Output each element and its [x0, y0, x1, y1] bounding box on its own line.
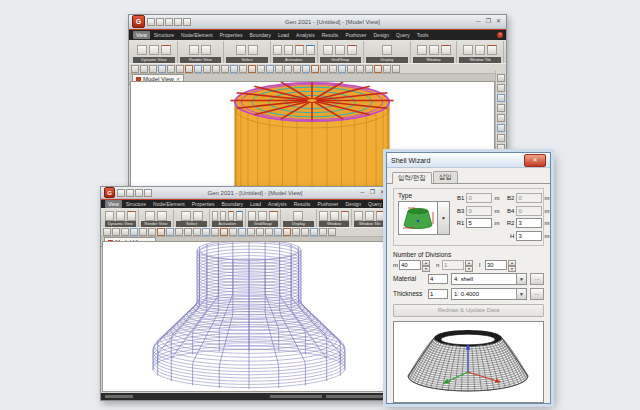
ribbon-button-icon[interactable] — [201, 45, 211, 55]
side-toolbar-icon[interactable] — [497, 104, 505, 112]
toolbar-icon[interactable] — [194, 65, 202, 73]
qat-icon[interactable] — [165, 18, 173, 26]
toolbar-icon[interactable] — [292, 228, 300, 236]
app-menu-button[interactable]: G — [132, 15, 145, 28]
toolbar-icon[interactable] — [365, 65, 373, 73]
minimize-icon[interactable]: ─ — [358, 188, 367, 197]
ribbon-button-icon[interactable] — [127, 211, 136, 221]
qat-icon[interactable] — [156, 18, 164, 26]
toolbar-icon[interactable] — [293, 65, 301, 73]
ribbon-button-icon[interactable] — [295, 45, 304, 55]
side-toolbar-icon[interactable] — [497, 114, 505, 122]
toolbar-icon[interactable] — [220, 228, 228, 236]
toolbar-icon[interactable] — [329, 65, 337, 73]
ribbon-button-icon[interactable] — [248, 211, 257, 221]
ribbon-button-icon[interactable] — [181, 211, 191, 221]
toolbar-icon[interactable] — [347, 65, 355, 73]
b3-field[interactable] — [466, 206, 492, 216]
ribbon-button-icon[interactable] — [161, 45, 171, 55]
ribbon-button-icon[interactable] — [212, 211, 218, 221]
toolbar-icon[interactable] — [284, 65, 292, 73]
ribbon-button-icon[interactable] — [157, 211, 167, 221]
ribbon-button-icon[interactable] — [323, 45, 333, 55]
divisions-n-field[interactable] — [442, 260, 464, 270]
qat-icon[interactable] — [183, 18, 191, 26]
toolbar-icon[interactable] — [328, 228, 336, 236]
toolbar-icon[interactable] — [311, 65, 319, 73]
side-toolbar-icon[interactable] — [497, 124, 505, 132]
divisions-l-field[interactable] — [485, 260, 507, 270]
ribbon-tab-pushover[interactable]: Pushover — [342, 31, 369, 39]
ribbon-tab-analysis[interactable]: Analysis — [293, 31, 318, 39]
toolbar-icon[interactable] — [139, 228, 147, 236]
ribbon-button-icon[interactable] — [228, 211, 234, 221]
toolbar-icon[interactable] — [176, 65, 184, 73]
ribbon-button-icon[interactable] — [354, 211, 363, 221]
ribbon-tab-analysis[interactable]: Analysis — [265, 200, 290, 208]
ribbon-tab-pushover[interactable]: Pushover — [314, 200, 341, 208]
b1-field[interactable] — [466, 193, 492, 203]
thickness-browse-button[interactable]: ... — [530, 288, 544, 300]
ribbon-button-icon[interactable] — [429, 45, 439, 55]
toolbar-icon[interactable] — [356, 65, 364, 73]
ribbon-tab-load[interactable]: Load — [247, 200, 264, 208]
ribbon-button-icon[interactable] — [319, 211, 328, 221]
qat-icon[interactable] — [117, 189, 125, 197]
ribbon-button-icon[interactable] — [347, 45, 357, 55]
toolbar-icon[interactable] — [302, 65, 310, 73]
spinner-down-icon[interactable]: ▼ — [465, 266, 473, 272]
ribbon-button-icon[interactable] — [382, 45, 392, 55]
ribbon-button-icon[interactable] — [258, 211, 267, 221]
ribbon-tab-node-element[interactable]: Node/Element — [150, 200, 188, 208]
ribbon-button-icon[interactable] — [441, 45, 451, 55]
ribbon-tab-design[interactable]: Design — [343, 200, 365, 208]
spinner-down-icon[interactable]: ▼ — [422, 266, 430, 272]
ribbon-button-icon[interactable] — [137, 45, 147, 55]
ribbon-tab-query[interactable]: Query — [393, 31, 413, 39]
toolbar-icon[interactable] — [112, 228, 120, 236]
qat-icon[interactable] — [144, 189, 152, 197]
ribbon-tab-properties[interactable]: Properties — [189, 200, 218, 208]
toolbar-icon[interactable] — [239, 65, 247, 73]
side-toolbar-icon[interactable] — [497, 74, 505, 82]
divisions-m-field[interactable] — [399, 260, 421, 270]
chevron-down-icon[interactable]: ▼ — [516, 274, 526, 284]
toolbar-icon[interactable] — [185, 65, 193, 73]
spinner-down-icon[interactable]: ▼ — [508, 266, 516, 272]
ribbon-button-icon[interactable] — [365, 211, 374, 221]
material-select[interactable]: 4: shell ▼ — [451, 273, 527, 285]
ribbon-button-icon[interactable] — [149, 45, 159, 55]
toolbar-icon[interactable] — [266, 65, 274, 73]
toolbar-icon[interactable] — [283, 228, 291, 236]
ribbon-tab-view[interactable]: View — [133, 31, 150, 39]
chevron-down-icon[interactable]: ▼ — [438, 201, 450, 235]
toolbar-icon[interactable] — [238, 228, 246, 236]
toolbar-icon[interactable] — [383, 65, 391, 73]
ribbon-button-icon[interactable] — [293, 211, 303, 221]
toolbar-icon[interactable] — [301, 228, 309, 236]
toolbar-icon[interactable] — [121, 228, 129, 236]
side-toolbar-icon[interactable] — [497, 144, 505, 152]
ribbon-button-icon[interactable] — [105, 211, 114, 221]
b2-field[interactable] — [516, 193, 542, 203]
ribbon-tab-query[interactable]: Query — [365, 200, 385, 208]
toolbar-icon[interactable] — [166, 228, 174, 236]
toolbar-icon[interactable] — [158, 65, 166, 73]
ribbon-button-icon[interactable] — [417, 45, 427, 55]
ribbon-button-icon[interactable] — [248, 45, 258, 55]
toolbar-icon[interactable] — [274, 228, 282, 236]
ribbon-button-icon[interactable] — [335, 45, 345, 55]
toolbar-icon[interactable] — [319, 228, 327, 236]
toolbar-icon[interactable] — [203, 65, 211, 73]
ribbon-button-icon[interactable] — [330, 211, 339, 221]
ribbon-button-icon[interactable] — [463, 45, 473, 55]
toolbar-icon[interactable] — [193, 228, 201, 236]
ribbon-button-icon[interactable] — [376, 211, 385, 221]
close-icon[interactable]: ✕ — [494, 17, 503, 26]
toolbar-icon[interactable] — [374, 65, 382, 73]
ribbon-tab-node-element[interactable]: Node/Element — [178, 31, 216, 39]
toolbar-icon[interactable] — [211, 228, 219, 236]
ribbon-button-icon[interactable] — [236, 45, 246, 55]
side-toolbar-icon[interactable] — [497, 134, 505, 142]
ribbon-button-icon[interactable] — [116, 211, 125, 221]
